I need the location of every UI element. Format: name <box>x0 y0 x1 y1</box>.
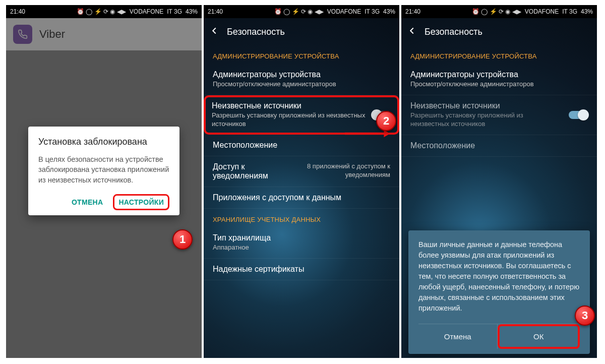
step-badge-3: 3 <box>575 306 595 326</box>
row-unknown-sources[interactable]: Неизвестные источники Разрешить установк… <box>204 95 399 135</box>
unknown-sources-warning-dialog: Ваши личные данные и данные телефона бол… <box>408 230 590 354</box>
settings-header: Безопасность <box>401 18 597 45</box>
status-indicators-icon: ⏰ ◯ ⚡ ⟳ ◉ ◀▶ <box>274 8 324 15</box>
status-carrier: VODAFONE <box>130 8 163 15</box>
row-title: Доступ к уведомлениям <box>213 162 268 180</box>
status-bar: 21:40 ⏰ ◯ ⚡ ⟳ ◉ ◀▶ VODAFONE IT 3G 43% <box>204 5 399 18</box>
status-network: IT 3G <box>562 8 577 15</box>
warning-ok-button[interactable]: ОК <box>498 324 580 349</box>
screen-security-confirm: 21:40 ⏰ ◯ ⚡ ⟳ ◉ ◀▶ VODAFONE IT 3G 43% Бе… <box>401 5 597 358</box>
row-location[interactable]: Местоположение <box>401 135 597 157</box>
step-badge-1: 1 <box>172 229 193 250</box>
row-unknown-sources[interactable]: Неизвестные источники Разрешить установк… <box>401 95 597 135</box>
cancel-button[interactable]: ОТМЕНА <box>67 194 108 210</box>
unknown-sources-toggle[interactable] <box>569 111 588 119</box>
row-title: Администраторы устройства <box>213 70 390 79</box>
row-title: Надежные сертификаты <box>213 265 390 274</box>
row-title: Приложения с доступом к данным <box>213 193 390 202</box>
row-device-admins[interactable]: Администраторы устройства Просмотр/отклю… <box>401 64 597 95</box>
row-title: Местоположение <box>213 141 390 150</box>
row-title: Неизвестные источники <box>410 101 563 110</box>
status-time: 21:40 <box>10 8 25 15</box>
section-admin-label: АДМИНИСТРИРОВАНИЕ УСТРОЙСТВА <box>401 45 597 64</box>
section-storage-label: ХРАНИЛИЩЕ УЧЕТНЫХ ДАННЫХ <box>204 209 399 227</box>
row-subtitle: Аппаратное <box>213 244 390 252</box>
settings-title: Безопасность <box>227 27 285 37</box>
row-device-admins[interactable]: Администраторы устройства Просмотр/отклю… <box>204 64 399 95</box>
row-trusted-certs[interactable]: Надежные сертификаты <box>204 259 399 280</box>
install-blocked-dialog: Установка заблокирована В целях безопасн… <box>28 127 179 215</box>
row-apps-with-data-access[interactable]: Приложения с доступом к данным <box>204 187 399 209</box>
settings-title: Безопасность <box>425 27 482 37</box>
screen-security-toggle: 21:40 ⏰ ◯ ⚡ ⟳ ◉ ◀▶ VODAFONE IT 3G 43% Бе… <box>204 5 399 358</box>
row-subtitle: Просмотр/отключение администраторов <box>410 80 588 89</box>
row-title: Тип хранилища <box>213 233 390 242</box>
dialog-body: В целях безопасности на устройстве забло… <box>38 154 169 185</box>
status-time: 21:40 <box>208 8 223 15</box>
status-carrier: VODAFONE <box>525 8 559 15</box>
status-battery: 43% <box>186 8 198 15</box>
row-storage-type[interactable]: Тип хранилища Аппаратное <box>204 227 399 259</box>
back-icon[interactable] <box>406 25 417 38</box>
step-badge-2: 2 <box>376 111 396 131</box>
status-indicators-icon: ⏰ ◯ ⚡ ⟳ ◉ ◀▶ <box>472 8 521 15</box>
settings-button[interactable]: НАСТРОЙКИ <box>113 194 169 210</box>
status-network: IT 3G <box>365 8 380 15</box>
dialog-title: Установка заблокирована <box>38 137 169 147</box>
status-battery: 43% <box>581 8 593 15</box>
warning-body: Ваши личные данные и данные телефона бол… <box>418 239 580 314</box>
row-title: Местоположение <box>410 141 588 150</box>
row-value: 8 приложений с доступом к уведомлениям <box>277 162 390 180</box>
status-bar: 21:40 ⏰ ◯ ⚡ ⟳ ◉ ◀▶ VODAFONE IT 3G 43% <box>401 5 597 18</box>
row-subtitle: Разрешить установку приложений из неизве… <box>212 111 366 129</box>
screen-install-blocked: 21:40 ⏰ ◯ ⚡ ⟳ ◉ ◀▶ VODAFONE IT 3G 43% Vi… <box>6 5 202 358</box>
back-icon[interactable] <box>209 25 220 38</box>
settings-header: Безопасность <box>204 18 399 45</box>
row-title: Неизвестные источники <box>212 101 366 110</box>
status-bar: 21:40 ⏰ ◯ ⚡ ⟳ ◉ ◀▶ VODAFONE IT 3G 43% <box>6 5 202 18</box>
status-battery: 43% <box>383 8 395 15</box>
row-subtitle: Просмотр/отключение администраторов <box>213 80 390 89</box>
status-time: 21:40 <box>405 8 420 15</box>
section-admin-label: АДМИНИСТРИРОВАНИЕ УСТРОЙСТВА <box>204 45 399 64</box>
row-notification-access[interactable]: Доступ к уведомлениям 8 приложений с дос… <box>204 156 399 187</box>
warning-cancel-button[interactable]: Отмена <box>418 324 498 349</box>
status-network: IT 3G <box>167 8 182 15</box>
status-indicators-icon: ⏰ ◯ ⚡ ⟳ ◉ ◀▶ <box>77 8 126 15</box>
row-title: Администраторы устройства <box>410 70 588 79</box>
status-carrier: VODAFONE <box>327 8 361 15</box>
row-subtitle: Разрешить установку приложений из неизве… <box>410 111 563 129</box>
